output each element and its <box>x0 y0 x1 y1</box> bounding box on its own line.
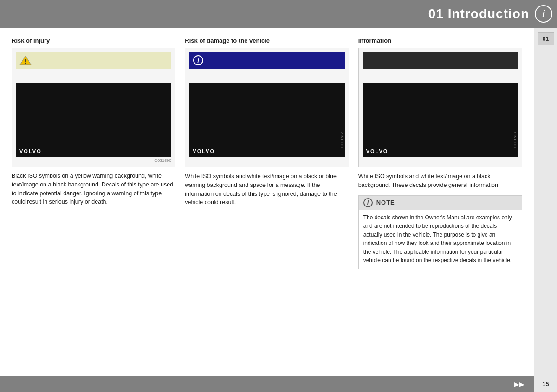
info-icon: i <box>535 5 552 23</box>
image-code-2-vertical: G031592 <box>340 132 344 148</box>
image-code-3-vertical: G031593 <box>513 132 517 148</box>
note-body: The decals shown in the Owner's Manual a… <box>359 210 522 269</box>
volvo-logo-3: VOLVO <box>366 148 389 154</box>
triangle-warning-icon: ! <box>19 55 32 66</box>
page-title: 01 Introduction <box>428 6 529 21</box>
risk-damage-description: White ISO symbols and white text/image o… <box>185 172 349 207</box>
page-footer: ▶▶ <box>0 376 534 392</box>
svg-text:i: i <box>198 57 200 64</box>
image-code-1: G031590 <box>16 158 171 163</box>
risk-injury-column: Risk of injury ! VOLVO G031590 B <box>12 37 175 269</box>
volvo-logo-1: VOLVO <box>19 148 42 154</box>
page-header: 01 Introduction i <box>0 0 557 28</box>
risk-injury-image-box: ! VOLVO G031590 <box>12 48 175 167</box>
risk-injury-title: Risk of injury <box>12 37 175 44</box>
sidebar-tab: 01 <box>538 32 554 45</box>
main-content: Risk of injury ! VOLVO G031590 B <box>0 28 534 376</box>
information-image-box: VOLVO G031593 <box>358 48 522 167</box>
note-header-label: NOTE <box>376 199 395 206</box>
volvo-logo-2: VOLVO <box>193 148 215 154</box>
volvo-screen-1: VOLVO <box>16 83 171 157</box>
risk-injury-image-inner: ! VOLVO <box>16 52 171 157</box>
volvo-screen-2: VOLVO <box>189 83 344 157</box>
note-icon: i <box>363 198 373 207</box>
risk-damage-title: Risk of damage to the vehicle <box>185 37 349 44</box>
risk-damage-image-inner: i VOLVO <box>189 52 344 157</box>
volvo-screen-3: VOLVO <box>363 83 518 157</box>
note-header: i NOTE <box>359 196 522 210</box>
information-column: Information VOLVO G031593 White ISO symb… <box>358 37 522 269</box>
risk-damage-column: Risk of damage to the vehicle i VOLVO <box>185 37 349 269</box>
right-sidebar: 01 15 <box>534 28 557 392</box>
risk-injury-description: Black ISO symbols on a yellow warning ba… <box>12 172 175 206</box>
three-columns-layout: Risk of injury ! VOLVO G031590 B <box>12 37 522 269</box>
information-title: Information <box>358 37 522 44</box>
note-box: i NOTE The decals shown in the Owner's M… <box>358 195 522 270</box>
circle-warning-icon: i <box>193 55 204 66</box>
page-number: 15 <box>542 380 549 387</box>
information-description: White ISO symbols and white text/image o… <box>358 172 522 190</box>
svg-text:!: ! <box>25 58 26 65</box>
next-arrows: ▶▶ <box>514 380 525 388</box>
information-image-inner: VOLVO <box>363 52 518 157</box>
risk-damage-image-box: i VOLVO G031592 <box>185 48 349 167</box>
